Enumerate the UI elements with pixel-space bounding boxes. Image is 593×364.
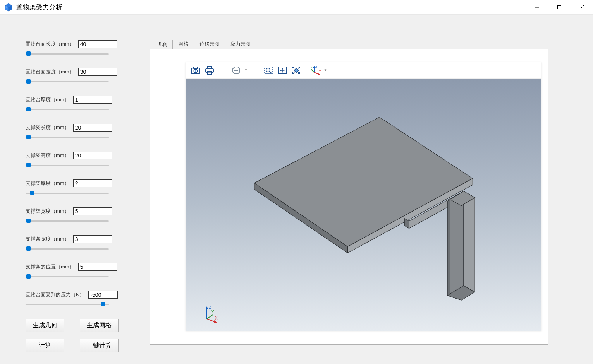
support-width-slider[interactable] <box>26 217 109 224</box>
axis-orientation-icon[interactable]: Z X Y <box>309 64 322 77</box>
axis-x-label: X <box>319 70 321 73</box>
parameters-panel: 置物台面长度（mm） 置物台面宽度（mm） 置物台厚度（mm） <box>2 17 150 362</box>
zoom-window-icon[interactable] <box>262 64 275 77</box>
bar-width-slider[interactable] <box>26 245 109 252</box>
3d-viewport[interactable]: Z X Y <box>186 79 541 331</box>
app-icon <box>4 3 13 12</box>
svg-text:Y: Y <box>211 310 214 314</box>
param-label: 置物台面长度（mm） <box>26 41 74 48</box>
param-label: 支撑架高度（mm） <box>26 152 69 159</box>
viewport-panel: 几何 网格 位移云图 应力云图 <box>150 17 591 362</box>
shelf-length-slider[interactable] <box>26 50 109 57</box>
minimize-button[interactable] <box>526 0 548 15</box>
main-content: 置物台面长度（mm） 置物台面宽度（mm） 置物台厚度（mm） <box>0 15 593 364</box>
param-bar-position: 支撑条的位置（mm） <box>26 263 134 280</box>
dropdown-caret-icon[interactable]: ▼ <box>323 68 327 72</box>
svg-text:Z: Z <box>209 305 211 309</box>
shelf-width-input[interactable] <box>78 68 117 76</box>
svg-marker-28 <box>318 73 320 75</box>
svg-rect-6 <box>558 5 561 9</box>
param-label: 支撑架宽度（mm） <box>26 208 69 215</box>
svg-line-29 <box>311 69 314 72</box>
param-shelf-thickness: 置物台厚度（mm） <box>26 96 134 113</box>
support-height-input[interactable] <box>73 152 112 159</box>
shelf-thickness-input[interactable] <box>73 96 112 104</box>
param-label: 置物台面宽度（mm） <box>26 68 74 75</box>
param-pressure: 置物台面受到的压力（N） <box>26 291 134 308</box>
axis-z-label: Z <box>315 65 317 68</box>
one-click-compute-button[interactable]: 一键计算 <box>80 339 119 352</box>
support-length-input[interactable] <box>73 124 112 132</box>
bar-position-input[interactable] <box>78 263 117 271</box>
svg-marker-37 <box>448 199 450 296</box>
dropdown-caret-icon[interactable]: ▼ <box>244 68 248 72</box>
support-length-slider[interactable] <box>26 134 109 141</box>
tab-stress[interactable]: 应力云图 <box>225 39 256 49</box>
support-thickness-slider[interactable] <box>26 190 109 197</box>
window-title: 置物架受力分析 <box>16 3 62 12</box>
shelf-width-slider[interactable] <box>26 78 109 85</box>
svg-line-46 <box>207 315 213 319</box>
title-bar: 置物架受力分析 <box>0 0 593 15</box>
param-label: 置物台厚度（mm） <box>26 96 69 103</box>
param-label: 支撑条宽度（mm） <box>26 236 69 243</box>
shelf-length-input[interactable] <box>78 40 117 48</box>
zoom-extents-icon[interactable] <box>290 64 303 77</box>
viewport-toolbar: ▼ <box>186 62 541 79</box>
param-support-height: 支撑架高度（mm） <box>26 152 134 169</box>
tab-geometry[interactable]: 几何 <box>153 40 173 49</box>
param-shelf-width: 置物台面宽度（mm） <box>26 68 134 85</box>
compute-button[interactable]: 计算 <box>26 339 64 352</box>
tab-mesh[interactable]: 网格 <box>174 39 194 49</box>
generate-mesh-button[interactable]: 生成网格 <box>80 319 119 332</box>
shelf-thickness-slider[interactable] <box>26 106 109 113</box>
pressure-slider[interactable] <box>26 301 109 308</box>
screenshot-icon[interactable] <box>189 64 202 77</box>
param-shelf-length: 置物台面长度（mm） <box>26 40 134 57</box>
tab-displacement[interactable]: 位移云图 <box>194 39 225 49</box>
print-icon[interactable] <box>203 64 216 77</box>
maximize-button[interactable] <box>548 0 571 15</box>
param-label: 支撑架厚度（mm） <box>26 180 69 187</box>
support-width-input[interactable] <box>73 207 112 215</box>
param-label: 支撑架长度（mm） <box>26 124 69 131</box>
param-support-length: 支撑架长度（mm） <box>26 124 134 141</box>
param-support-width: 支撑架宽度（mm） <box>26 207 134 224</box>
param-support-thickness: 支撑架厚度（mm） <box>26 179 134 197</box>
viewport-frame: ▼ <box>150 49 548 345</box>
fit-view-icon[interactable] <box>276 64 289 77</box>
param-bar-width: 支撑条宽度（mm） <box>26 235 134 252</box>
svg-marker-36 <box>450 191 464 294</box>
support-height-slider[interactable] <box>26 162 109 169</box>
svg-rect-15 <box>207 71 212 74</box>
support-thickness-input[interactable] <box>73 179 112 187</box>
axis-gizmo: Z X Y <box>201 304 220 323</box>
no-entry-icon[interactable] <box>230 64 242 77</box>
param-label: 支撑条的位置（mm） <box>26 263 74 270</box>
bar-width-input[interactable] <box>73 235 112 243</box>
bar-position-slider[interactable] <box>26 273 109 280</box>
axis-y-label: Y <box>310 66 313 69</box>
close-button[interactable] <box>571 0 593 15</box>
viewport-tabs: 几何 网格 位移云图 应力云图 <box>153 39 548 49</box>
svg-marker-35 <box>464 191 475 292</box>
param-label: 置物台面受到的压力（N） <box>26 291 84 298</box>
svg-line-22 <box>270 71 272 73</box>
svg-text:X: X <box>215 316 218 320</box>
svg-marker-41 <box>205 306 208 309</box>
svg-marker-44 <box>214 320 218 323</box>
svg-marker-30 <box>254 117 473 247</box>
svg-rect-24 <box>294 68 298 72</box>
generate-geometry-button[interactable]: 生成几何 <box>26 319 64 332</box>
pressure-input[interactable] <box>88 291 118 299</box>
svg-point-12 <box>195 70 196 72</box>
